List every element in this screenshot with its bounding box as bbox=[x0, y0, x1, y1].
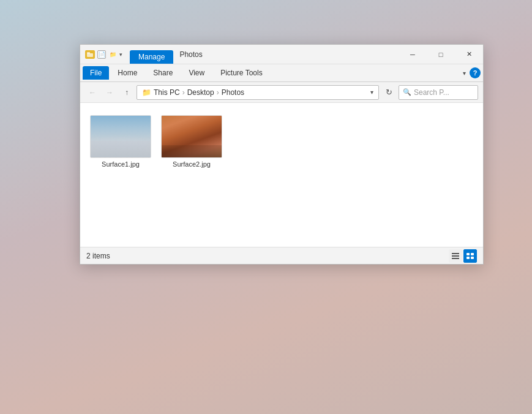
svg-rect-8 bbox=[471, 257, 474, 259]
content-area: Surface1.jpg Surface2.jpg bbox=[80, 103, 483, 247]
large-icon-view-icon bbox=[466, 253, 474, 259]
thumb-image-surface2 bbox=[162, 116, 222, 157]
qat-dropdown-icon[interactable]: ▾ bbox=[119, 51, 122, 58]
item-count: 2 items bbox=[86, 252, 110, 260]
file-grid: Surface1.jpg Surface2.jpg bbox=[90, 113, 473, 170]
status-bar: 2 items bbox=[80, 247, 483, 264]
forward-button[interactable]: → bbox=[102, 85, 117, 100]
file-name-surface2: Surface2.jpg bbox=[173, 160, 211, 168]
thumbnail-surface2 bbox=[161, 115, 222, 158]
path-sep-1: › bbox=[182, 88, 185, 97]
refresh-button[interactable]: ↻ bbox=[381, 85, 396, 100]
file-item-surface2[interactable]: Surface2.jpg bbox=[161, 113, 222, 170]
window-controls: ─ □ ✕ bbox=[399, 45, 483, 64]
up-button[interactable]: ↑ bbox=[119, 85, 134, 100]
ribbon-collapse-icon[interactable]: ▾ bbox=[463, 70, 466, 77]
ribbon-tabs: File Home Share View Picture Tools ▾ ? bbox=[80, 64, 483, 81]
tab-picture-tools[interactable]: Picture Tools bbox=[213, 66, 269, 80]
qat-pin-icon[interactable]: 📄 bbox=[97, 50, 106, 59]
explorer-window: 📄 📁 ▾ Manage Photos ─ □ ✕ File Home Shar… bbox=[80, 44, 484, 265]
view-controls bbox=[449, 249, 477, 263]
title-bar-tabs: Manage Photos bbox=[127, 45, 399, 64]
search-box[interactable]: 🔍 Search P... bbox=[399, 85, 478, 100]
thumb-image-surface1 bbox=[91, 116, 151, 157]
tab-view[interactable]: View bbox=[181, 66, 212, 80]
ribbon-actions: ▾ ? bbox=[463, 67, 481, 78]
path-folder-icon: 📁 bbox=[142, 88, 151, 97]
help-button[interactable]: ? bbox=[470, 67, 481, 78]
title-bar: 📄 📁 ▾ Manage Photos ─ □ ✕ bbox=[80, 45, 483, 64]
svg-rect-1 bbox=[87, 52, 90, 54]
minimize-button[interactable]: ─ bbox=[399, 45, 427, 64]
svg-rect-5 bbox=[466, 253, 470, 255]
tab-home[interactable]: Home bbox=[110, 66, 144, 80]
maximize-button[interactable]: □ bbox=[427, 45, 455, 64]
svg-rect-2 bbox=[452, 253, 459, 254]
ribbon: File Home Share View Picture Tools ▾ ? bbox=[80, 64, 483, 82]
address-path[interactable]: 📁 This PC › Desktop › Photos ▾ bbox=[137, 85, 379, 100]
folder-icon bbox=[85, 50, 95, 59]
quick-access-toolbar: 📄 📁 ▾ bbox=[80, 45, 127, 64]
path-desktop: Desktop bbox=[187, 88, 214, 97]
large-icon-view-button[interactable] bbox=[463, 249, 477, 263]
window-title: Photos bbox=[173, 48, 208, 61]
path-dropdown-icon[interactable]: ▾ bbox=[370, 89, 373, 96]
detail-view-button[interactable] bbox=[449, 249, 462, 263]
detail-view-icon bbox=[452, 253, 459, 259]
svg-rect-4 bbox=[452, 258, 459, 259]
path-photos: Photos bbox=[222, 88, 244, 97]
file-item-surface1[interactable]: Surface1.jpg bbox=[90, 113, 151, 170]
svg-rect-7 bbox=[466, 257, 470, 259]
qat-folder-icon[interactable]: 📁 bbox=[108, 50, 117, 59]
path-sep-2: › bbox=[217, 88, 219, 97]
tab-file[interactable]: File bbox=[83, 66, 109, 80]
close-button[interactable]: ✕ bbox=[455, 45, 483, 64]
svg-rect-3 bbox=[452, 255, 459, 257]
file-name-surface1: Surface1.jpg bbox=[102, 160, 140, 168]
search-icon: 🔍 bbox=[403, 88, 411, 96]
thumbnail-surface1 bbox=[90, 115, 151, 158]
svg-rect-6 bbox=[471, 253, 474, 255]
path-this-pc: This PC bbox=[154, 88, 180, 97]
address-bar: ← → ↑ 📁 This PC › Desktop › Photos ▾ ↻ 🔍… bbox=[80, 82, 483, 103]
back-button[interactable]: ← bbox=[85, 85, 100, 100]
tab-manage[interactable]: Manage bbox=[130, 50, 173, 64]
tab-share[interactable]: Share bbox=[146, 66, 180, 80]
search-placeholder: Search P... bbox=[414, 88, 449, 97]
